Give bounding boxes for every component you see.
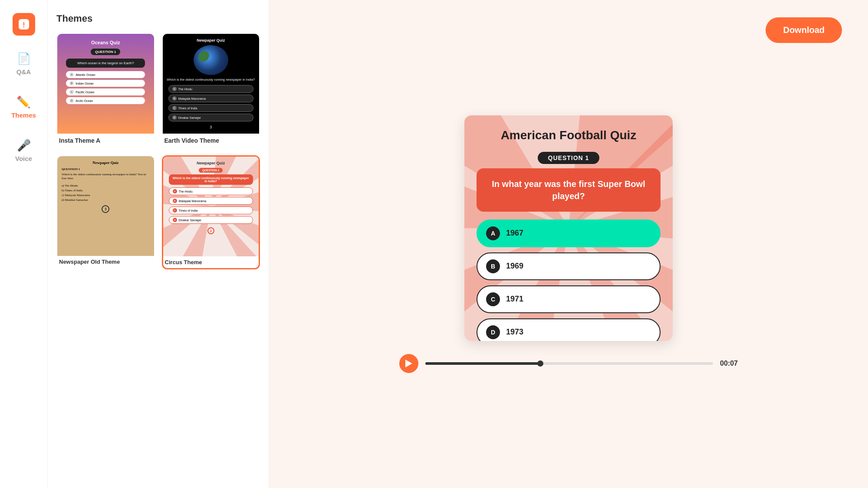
insta-option-b: B Indian Ocean: [66, 80, 145, 87]
play-icon: [405, 360, 412, 367]
quiz-option-letter-c: C: [486, 292, 500, 306]
sidebar-item-voice[interactable]: 🎤 Voice: [11, 135, 36, 166]
insta-option-a: A Atlantic Ocean: [66, 71, 145, 78]
earth-option-b: B Malayala Manorama: [168, 95, 253, 102]
circus-option-b: B Malayala Manorama: [169, 197, 253, 205]
circus-theme-label: Circus Theme: [163, 256, 259, 268]
circus-question: Which is the oldest continuously running…: [169, 174, 253, 185]
option-dot-b: B: [69, 81, 74, 85]
download-button[interactable]: Download: [766, 17, 842, 43]
sidebar-item-label-themes: Themes: [11, 111, 36, 119]
themes-icon: ✏️: [16, 95, 30, 109]
newspaper-theme-preview: Newpaper Quiz QUESTION 1 Which is the ol…: [57, 156, 154, 256]
circus-dot-a: A: [173, 189, 177, 193]
sidebar-item-label-voice: Voice: [15, 155, 32, 162]
progress-fill: [425, 362, 540, 365]
quiz-option-c: C 1971: [477, 285, 661, 313]
quiz-question-badge: QUESTION 1: [538, 152, 600, 164]
play-button[interactable]: [399, 354, 418, 373]
circus-dot-c: C: [173, 208, 177, 213]
insta-theme-label: Insta Theme A: [57, 134, 154, 147]
circus-q-badge: QUESTION 1: [199, 168, 223, 173]
quiz-main-title: American Football Quiz: [501, 128, 637, 142]
insta-option-c: C Pacific Ocean: [66, 88, 145, 95]
newspaper-theme-label: Newspaper Old Theme: [57, 256, 154, 268]
quiz-option-text-a: 1967: [506, 229, 523, 238]
option-dot-d: D: [69, 98, 74, 103]
sidebar-item-qa[interactable]: 📄 Q&A: [12, 49, 35, 79]
circus-number: 3: [207, 227, 214, 234]
quiz-preview-card: American Football Quiz QUESTION 1 In wha…: [464, 115, 673, 341]
time-display: 00:07: [720, 360, 738, 367]
sidebar-item-themes[interactable]: ✏️ Themes: [7, 92, 40, 122]
np-option-d: d) Mumbai Samachar: [62, 198, 150, 202]
themes-grid: Oceans Quiz QUESTION 1 Which ocean is th…: [56, 33, 260, 269]
progress-bar[interactable]: [425, 362, 713, 365]
option-dot-c: C: [69, 90, 74, 94]
earth-dot-d: D: [172, 115, 177, 120]
earth-question: Which is the oldest continuously running…: [167, 78, 255, 82]
qa-icon: 📄: [17, 52, 31, 66]
svg-text:!: !: [23, 21, 25, 29]
theme-card-insta-a[interactable]: Oceans Quiz QUESTION 1 Which ocean is th…: [56, 33, 155, 148]
circus-dot-b: B: [173, 199, 177, 203]
player-controls: 00:07: [399, 354, 738, 373]
quiz-option-text-b: 1969: [506, 262, 523, 271]
insta-title: Oceans Quiz: [91, 40, 120, 45]
insta-question: Which ocean is the largest on Earth?: [66, 59, 145, 68]
voice-icon: 🎤: [17, 139, 31, 152]
circus-option-a: A The Hindu: [169, 187, 253, 195]
insta-theme-preview: Oceans Quiz QUESTION 1 Which ocean is th…: [57, 34, 154, 134]
quiz-option-text-c: 1971: [506, 295, 523, 304]
main-preview-area: Download American Football Quiz QUESTION…: [269, 0, 868, 488]
insta-option-d: D Arctic Ocean: [66, 97, 145, 104]
sidebar: ! 📄 Q&A ✏️ Themes 🎤 Voice: [0, 0, 48, 488]
np-number: 3: [102, 205, 109, 213]
quiz-option-text-d: 1973: [506, 328, 523, 337]
theme-card-earth[interactable]: Newpaper Quiz Which is the oldest contin…: [162, 33, 260, 148]
themes-panel: Themes Oceans Quiz QUESTION 1 Which ocea…: [48, 0, 269, 488]
svg-marker-23: [405, 360, 412, 367]
sidebar-item-label-qa: Q&A: [16, 68, 31, 75]
np-q-label: QUESTION 1: [62, 167, 150, 171]
app-logo[interactable]: !: [13, 13, 35, 36]
option-dot-a: A: [69, 72, 74, 77]
earth-option-d: D Dinakar Samajar: [168, 114, 253, 121]
earth-theme-label: Earth Video Theme: [163, 134, 260, 147]
earth-dot-a: A: [172, 87, 177, 91]
circus-theme-preview: Newpaper Quiz QUESTION 1 Which is the ol…: [163, 157, 259, 256]
progress-handle[interactable]: [537, 360, 543, 367]
earth-globe: [194, 45, 228, 75]
quiz-option-a: A 1967: [477, 219, 661, 247]
earth-dot-b: B: [172, 96, 177, 101]
earth-option-a: A The Hindu: [168, 85, 253, 93]
quiz-option-letter-a: A: [486, 226, 500, 240]
np-title: Newpaper Quiz: [62, 160, 150, 165]
quiz-question-text: In what year was the first Super Bowl pl…: [485, 178, 652, 202]
np-question: Which is the oldest continuously running…: [62, 173, 150, 180]
quiz-option-letter-b: B: [486, 259, 500, 273]
quiz-option-b: B 1969: [477, 252, 661, 280]
quiz-card-content: American Football Quiz QUESTION 1 In wha…: [464, 115, 673, 341]
quiz-question-box: In what year was the first Super Bowl pl…: [477, 168, 661, 212]
insta-q-badge: QUESTION 1: [91, 49, 120, 55]
earth-dot-c: C: [172, 106, 177, 110]
np-option-b: b) Times of India: [62, 189, 150, 192]
earth-theme-preview: Newpaper Quiz Which is the oldest contin…: [163, 34, 260, 134]
circus-option-c: C Times of India: [169, 206, 253, 214]
circus-content: Newpaper Quiz QUESTION 1 Which is the ol…: [167, 161, 256, 234]
earth-number: 3: [210, 125, 212, 129]
circus-option-d: D Dinakar Samajar: [169, 216, 253, 224]
themes-panel-title: Themes: [56, 13, 260, 24]
theme-card-newspaper[interactable]: Newpaper Quiz QUESTION 1 Which is the ol…: [56, 155, 155, 269]
earth-title: Newpaper Quiz: [197, 38, 225, 43]
quiz-option-letter-d: D: [486, 325, 500, 339]
circus-dot-d: D: [173, 218, 177, 222]
circus-title: Newpaper Quiz: [197, 161, 225, 165]
quiz-option-d: D 1973: [477, 318, 661, 341]
theme-card-circus[interactable]: Newpaper Quiz QUESTION 1 Which is the ol…: [162, 155, 260, 269]
np-option-a: a) The Hindu: [62, 184, 150, 187]
np-option-c: c) Malayala Manorama: [62, 193, 150, 197]
earth-option-c: C Times of India: [168, 104, 253, 112]
